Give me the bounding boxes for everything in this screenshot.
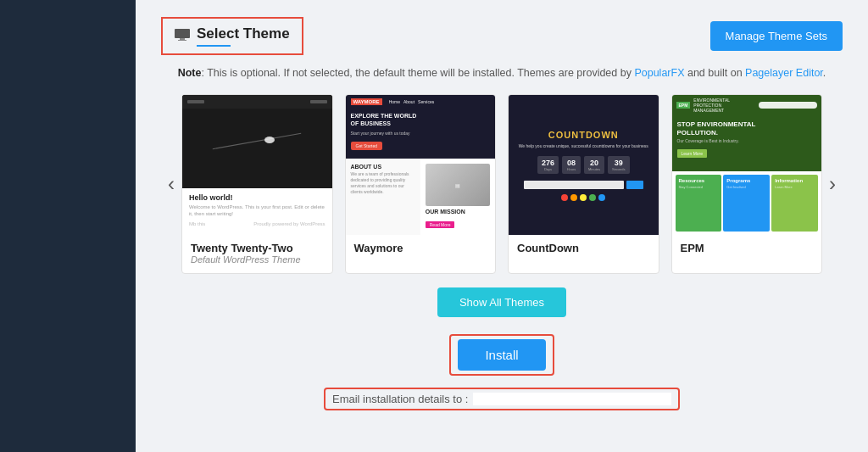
themes-grid: Hello world! Welcome to WordPress. This …	[181, 94, 822, 274]
waymore-nav-links: Home About Services	[389, 99, 435, 104]
thumb-top-bar	[182, 95, 332, 109]
note-bold: Note	[178, 67, 202, 79]
countdown-input-row	[524, 181, 643, 189]
bird-line	[213, 132, 301, 148]
countdown-box-2: 20 Minutes	[584, 156, 604, 174]
section-title-inner: Select Theme	[197, 25, 290, 47]
countdown-box-1: 08 Hours	[562, 156, 581, 174]
countdown-subtitle: We help you create unique, successful co…	[519, 143, 648, 149]
manage-theme-sets-button[interactable]: Manage Theme Sets	[710, 21, 843, 51]
theme-thumbnail-countdown: COUNTDOWN We help you create unique, suc…	[509, 95, 659, 235]
dot-1	[570, 194, 577, 201]
waymore-hero-text: EXPLORE THE WORLDOF BUSINESS	[346, 109, 496, 131]
email-label: Email installation details to :	[332, 393, 468, 405]
theme-card-epm[interactable]: EPM ENVIRONMENTAL PROTECTION MANAGEMENT …	[671, 94, 823, 274]
waymore-subtext: Start your journey with us today	[346, 131, 496, 136]
countdown-box-3: 39 Seconds	[608, 156, 630, 174]
epm-logo: EPM	[676, 102, 691, 109]
countdown-dots	[561, 194, 605, 201]
epm-search	[759, 102, 817, 109]
countdown-input-field	[524, 181, 624, 189]
dot-3	[589, 194, 596, 201]
footer-right: Proudly powered by WordPress	[253, 221, 325, 226]
carousel-prev-button[interactable]: ‹	[161, 172, 181, 196]
countdown-num-3: 39	[612, 159, 626, 167]
countdown-title: COUNTDOWN	[548, 130, 619, 140]
countdown-num-0: 276	[542, 159, 554, 167]
show-all-themes-button[interactable]: Show All Themes	[437, 287, 566, 317]
countdown-overlay: COUNTDOWN We help you create unique, suc…	[509, 121, 659, 209]
dot-2	[580, 194, 587, 201]
note-text: Note: This is optional. If not selected,…	[161, 67, 843, 79]
epm-card-1: Programs Get Involved	[723, 175, 770, 232]
popularfx-link[interactable]: PopularFX	[634, 67, 684, 79]
epm-title-text: ENVIRONMENTAL PROTECTION MANAGEMENT	[693, 98, 752, 113]
countdown-boxes: 276 Days 08 Hours 20 Minutes	[537, 156, 630, 174]
section-title-box: Select Theme	[161, 17, 303, 55]
lorem-text: Welcome to WordPress. This is your first…	[189, 204, 326, 218]
install-section: Install Email installation details to :	[161, 334, 843, 410]
theme-info-twentytwentytwo: Twenty Twenty-Two Default WordPress Them…	[182, 235, 332, 273]
dot-4	[598, 194, 605, 201]
carousel-next-button[interactable]: ›	[822, 172, 843, 196]
epm-card-title-0: Resources	[679, 178, 719, 183]
epm-card-0: Resources Stay Connected	[676, 175, 722, 232]
pagelayer-link[interactable]: Pagelayer Editor	[745, 67, 823, 79]
nav-link-1: Home	[389, 99, 400, 104]
theme-name-epm: EPM	[681, 242, 814, 254]
epm-card-title-2: Information	[775, 178, 815, 183]
countdown-label-0: Days	[542, 167, 554, 171]
theme-subtitle-twentytwentytwo: Default WordPress Theme	[191, 254, 324, 265]
theme-thumbnail-epm: EPM ENVIRONMENTAL PROTECTION MANAGEMENT …	[672, 95, 822, 235]
nav-link-3: Services	[418, 99, 434, 104]
waymore-top: WAYMORE Home About Services EXPLORE THE …	[346, 95, 496, 159]
theme-name-twentytwentytwo: Twenty Twenty-Two	[191, 242, 324, 254]
sidebar	[0, 0, 136, 452]
about-title: ABOUT US	[351, 164, 415, 170]
email-input[interactable]	[473, 393, 671, 405]
theme-card-twentytwentytwo[interactable]: Hello world! Welcome to WordPress. This …	[181, 94, 333, 274]
hello-world-text: Hello world!	[189, 193, 326, 202]
epm-cta-btn: Learn More	[677, 149, 708, 158]
countdown-num-2: 20	[588, 159, 600, 167]
mission-img-inner: ▤	[455, 182, 460, 188]
waymore-about: ABOUT US We are a team of professionals …	[346, 159, 420, 235]
epm-hero-text: STOP ENVIRONMENTALPOLLUTION.	[672, 115, 822, 138]
monitor-icon	[175, 29, 190, 44]
svg-rect-1	[180, 38, 185, 40]
epm-card-text-2: Learn More	[775, 185, 815, 189]
epm-top: EPM ENVIRONMENTAL PROTECTION MANAGEMENT …	[672, 95, 822, 171]
mission-title: OUR MISSION	[426, 209, 490, 215]
about-text: We are a team of professionals dedicated…	[351, 171, 415, 195]
theme-name-countdown: CountDown	[517, 242, 650, 254]
theme-thumbnail-twentytwentytwo: Hello world! Welcome to WordPress. This …	[182, 95, 332, 235]
theme-card-waymore[interactable]: WAYMORE Home About Services EXPLORE THE …	[345, 94, 497, 274]
main-content: Select Theme Manage Theme Sets Note: Thi…	[136, 0, 868, 452]
waymore-mission: ▤ OUR MISSION Read More	[420, 159, 495, 235]
countdown-label-2: Minutes	[588, 167, 600, 171]
thumb-hero-img	[182, 109, 332, 188]
thumb-nav-right	[310, 100, 327, 103]
waymore-logo: WAYMORE	[351, 98, 382, 105]
svg-rect-2	[178, 40, 186, 41]
section-header: Select Theme Manage Theme Sets	[161, 17, 843, 55]
thumb-footer: Mb this Proudly powered by WordPress	[189, 221, 326, 226]
epm-card-2: Information Learn More	[771, 175, 818, 232]
carousel-nav-row: Show All Themes	[161, 287, 843, 317]
countdown-submit-btn	[626, 181, 643, 189]
bird-dot	[264, 137, 275, 143]
install-button[interactable]: Install	[458, 339, 545, 371]
waymore-cta-btn: Get Started	[351, 142, 383, 150]
epm-card-title-1: Programs	[726, 178, 766, 183]
themes-carousel: ‹ Hello world! Welcome to WordPress. Thi	[161, 94, 843, 274]
theme-thumbnail-waymore: WAYMORE Home About Services EXPLORE THE …	[346, 95, 496, 235]
waymore-bottom: ABOUT US We are a team of professionals …	[346, 159, 496, 235]
theme-info-waymore: Waymore	[346, 235, 496, 263]
countdown-num-1: 08	[566, 159, 576, 167]
dot-0	[561, 194, 568, 201]
section-title-underline	[197, 45, 231, 47]
epm-header: EPM ENVIRONMENTAL PROTECTION MANAGEMENT	[672, 95, 822, 115]
epm-card-text-0: Stay Connected	[679, 185, 719, 189]
theme-card-countdown[interactable]: COUNTDOWN We help you create unique, suc…	[508, 94, 659, 274]
email-field-wrapper: Email installation details to :	[324, 388, 680, 410]
